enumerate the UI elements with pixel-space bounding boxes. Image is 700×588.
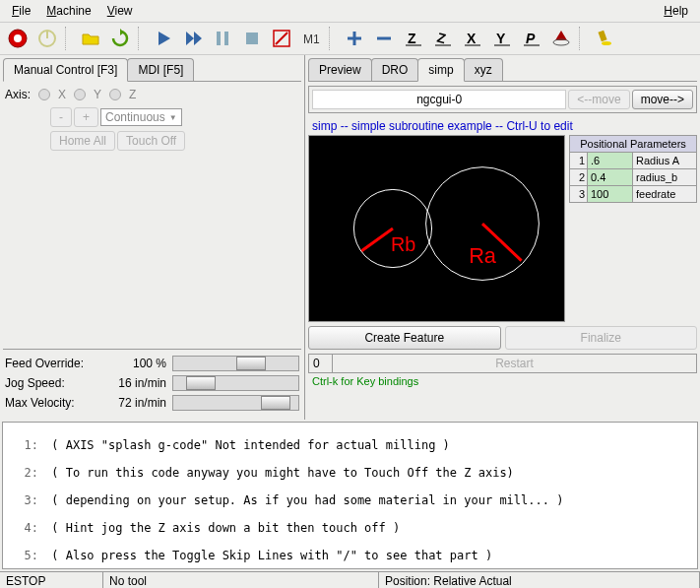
menubar: File Machine View Help bbox=[0, 0, 700, 23]
reload-icon[interactable] bbox=[106, 25, 134, 52]
param-value-3[interactable]: 100 bbox=[588, 186, 633, 202]
finalize-button[interactable]: Finalize bbox=[505, 326, 698, 350]
tab-manual-control[interactable]: Manual Control [F3] bbox=[3, 58, 128, 82]
left-tabs: Manual Control [F3] MDI [F5] bbox=[3, 58, 301, 82]
clear-plot-icon[interactable] bbox=[591, 25, 618, 52]
view-rotate-icon[interactable] bbox=[547, 25, 575, 52]
menu-view[interactable]: View bbox=[99, 2, 141, 20]
menu-file[interactable]: File bbox=[4, 2, 38, 20]
max-velocity-label: Max Velocity: bbox=[5, 396, 103, 410]
param-row: 1.6Radius A bbox=[569, 153, 697, 169]
max-velocity-value: 72 in/min bbox=[103, 396, 172, 410]
svg-text:M1: M1 bbox=[303, 33, 320, 46]
jog-minus-button[interactable]: - bbox=[50, 107, 72, 127]
simp-description: simp -- simple subroutine example -- Ctr… bbox=[308, 117, 697, 135]
param-row: 3100feedrate bbox=[569, 186, 697, 203]
svg-rect-24 bbox=[599, 31, 607, 41]
param-value-2[interactable]: 0.4 bbox=[588, 169, 633, 185]
toolbar: M1 Z Z X Y P bbox=[0, 23, 700, 55]
tab-xyz[interactable]: xyz bbox=[464, 58, 503, 81]
move-left-button[interactable]: <--move bbox=[568, 90, 629, 109]
step-icon[interactable] bbox=[179, 25, 207, 52]
param-row: 20.4radius_b bbox=[569, 169, 697, 186]
svg-rect-4 bbox=[217, 32, 221, 45]
jog-speed-value: 16 in/min bbox=[103, 376, 172, 390]
param-value-1[interactable]: .6 bbox=[588, 153, 633, 168]
left-panel: Manual Control [F3] MDI [F5] Axis: X Y Z… bbox=[0, 55, 305, 420]
zoom-in-icon[interactable] bbox=[341, 25, 368, 52]
view-z-icon[interactable]: Z bbox=[400, 25, 427, 52]
statusbar: ESTOP No tool Position: Relative Actual bbox=[0, 571, 700, 588]
view-x-icon[interactable]: X bbox=[459, 25, 486, 52]
axis-y-radio[interactable] bbox=[74, 89, 86, 100]
menu-machine[interactable]: Machine bbox=[38, 2, 98, 20]
tab-dro[interactable]: DRO bbox=[371, 58, 419, 81]
move-right-button[interactable]: move--> bbox=[632, 90, 693, 109]
restart-number: 0 bbox=[309, 355, 333, 372]
axis-x-radio[interactable] bbox=[38, 89, 50, 100]
jog-mode-combo[interactable]: Continuous▼ bbox=[100, 108, 182, 126]
status-position: Position: Relative Actual bbox=[379, 572, 700, 588]
tab-preview[interactable]: Preview bbox=[308, 58, 372, 81]
skip-icon[interactable] bbox=[268, 25, 295, 52]
feed-override-slider[interactable] bbox=[172, 356, 299, 371]
jog-plus-button[interactable]: + bbox=[74, 107, 98, 127]
svg-rect-5 bbox=[224, 32, 228, 45]
home-all-button[interactable]: Home All bbox=[50, 131, 115, 151]
restart-button[interactable]: Restart bbox=[333, 355, 696, 372]
create-feature-button[interactable]: Create Feature bbox=[308, 326, 501, 350]
right-panel: Preview DRO simp xyz ngcgui-0 <--move mo… bbox=[305, 55, 700, 420]
svg-line-8 bbox=[276, 33, 287, 44]
svg-line-27 bbox=[361, 229, 393, 251]
svg-point-1 bbox=[14, 34, 22, 42]
svg-text:Z: Z bbox=[435, 30, 448, 47]
svg-point-26 bbox=[353, 189, 431, 267]
open-icon[interactable] bbox=[77, 25, 104, 52]
jog-speed-slider[interactable] bbox=[172, 375, 299, 391]
params-table: Positional Parameters 1.6Radius A 20.4ra… bbox=[569, 135, 697, 322]
jog-speed-label: Jog Speed: bbox=[5, 376, 103, 390]
ra-label: Ra bbox=[469, 243, 497, 268]
gcode-listing[interactable]: 1: ( AXIS "splash g-code" Not intended f… bbox=[2, 422, 698, 569]
optstop-icon[interactable]: M1 bbox=[297, 25, 325, 52]
ngcgui-title: ngcgui-0 bbox=[312, 90, 566, 109]
right-tabs: Preview DRO simp xyz bbox=[308, 58, 697, 82]
tab-mdi[interactable]: MDI [F5] bbox=[127, 58, 194, 81]
tab-simp[interactable]: simp bbox=[417, 58, 464, 82]
rb-label: Rb bbox=[391, 233, 415, 255]
touch-off-button[interactable]: Touch Off bbox=[117, 131, 185, 151]
params-header: Positional Parameters bbox=[569, 135, 697, 153]
max-velocity-slider[interactable] bbox=[172, 395, 299, 411]
svg-point-25 bbox=[602, 41, 611, 45]
pause-icon[interactable] bbox=[209, 25, 236, 52]
svg-text:Y: Y bbox=[496, 31, 506, 46]
axis-label: Axis: bbox=[5, 88, 31, 101]
chevron-down-icon: ▼ bbox=[169, 113, 177, 122]
status-tool: No tool bbox=[103, 572, 379, 588]
zoom-out-icon[interactable] bbox=[370, 25, 398, 52]
svg-text:P: P bbox=[526, 31, 536, 46]
view-y-icon[interactable]: Y bbox=[488, 25, 516, 52]
axis-z-radio[interactable] bbox=[109, 89, 121, 100]
preview-canvas: Rb Ra bbox=[308, 135, 565, 322]
feed-override-value: 100 % bbox=[103, 357, 172, 370]
feed-override-label: Feed Override: bbox=[5, 357, 103, 370]
keybind-hint: Ctrl-k for Key bindings bbox=[308, 373, 697, 389]
stop-icon[interactable] bbox=[238, 25, 266, 52]
play-icon[interactable] bbox=[150, 25, 177, 52]
svg-text:X: X bbox=[467, 31, 477, 46]
view-z2-icon[interactable]: Z bbox=[429, 25, 457, 52]
power-icon[interactable] bbox=[33, 25, 61, 52]
view-p-icon[interactable]: P bbox=[518, 25, 545, 52]
estop-icon[interactable] bbox=[4, 25, 32, 52]
svg-rect-6 bbox=[246, 33, 258, 44]
status-estop: ESTOP bbox=[0, 572, 103, 588]
svg-text:Z: Z bbox=[408, 31, 416, 46]
menu-help[interactable]: Help bbox=[656, 2, 696, 20]
